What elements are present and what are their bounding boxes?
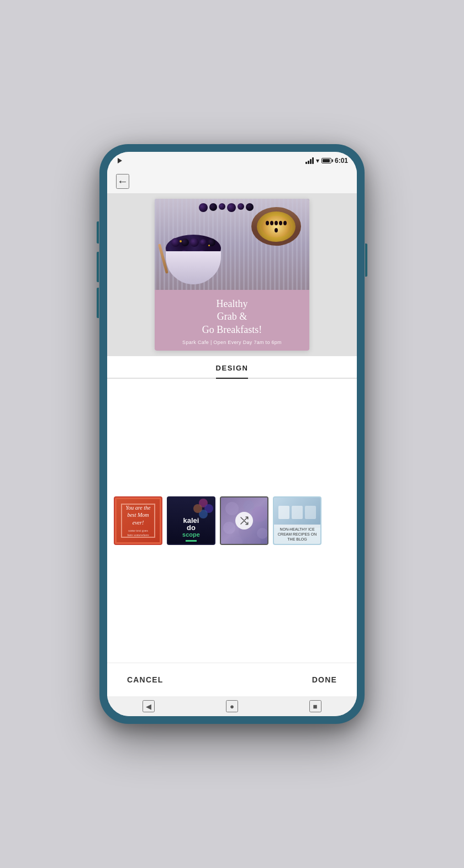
berry [200,239,207,246]
berry [209,203,217,211]
wifi-icon: ▾ [316,157,319,165]
berry [199,203,208,212]
berry [227,203,236,212]
time-display: 6:01 [335,157,348,165]
template-thumb-2[interactable]: kalei do scope [167,496,215,545]
template-4-text-area: NON-HEALTHY ICE CREAM RECIPES ON THE BLO… [274,525,320,544]
android-home-button[interactable]: ● [226,700,238,712]
poster-preview: Healthy Grab & Go Breakfasts! Spark Cafe… [155,199,309,351]
template-thumb-1[interactable]: You are thebest Mom ever! some text goes… [114,496,162,545]
passion-fruit-inner [257,211,296,242]
silent-button [97,288,99,318]
template-label-1: You are thebest Mom ever! some text goes… [125,504,151,538]
top-nav: ← [107,170,357,193]
berry [190,238,199,247]
android-back-button[interactable]: ◀ [143,700,155,712]
phone-screen: ▾ 6:01 ← [107,152,357,716]
bowl-left [163,235,224,284]
design-tab-header: DESIGN [107,356,357,379]
berry [219,203,225,210]
status-bar: ▾ 6:01 [107,152,357,170]
android-nav-bar: ◀ ● ■ [107,696,357,716]
poster-subtitle: Spark Cafe | Open Every Day 7am to 6pm [164,340,300,345]
berry [246,203,254,211]
poster-preview-container: Healthy Grab & Go Breakfasts! Spark Cafe… [107,193,357,356]
design-tab-label[interactable]: DESIGN [216,364,249,379]
volume-down-button [97,252,99,282]
phone-frame: ▾ 6:01 ← [99,144,365,724]
berry [181,239,189,246]
shuffle-icon [235,512,253,530]
templates-row: You are thebest Mom ever! some text goes… [107,379,357,663]
poster-text-area: Healthy Grab & Go Breakfasts! Spark Cafe… [155,290,309,351]
volume-up-button [97,221,99,244]
berry [238,203,244,210]
battery-icon [321,158,331,163]
template-4-image [274,497,320,528]
back-button[interactable]: ← [116,174,129,189]
template-preview-2: kalei do scope [168,497,214,544]
template-preview-1: You are thebest Mom ever! some text goes… [115,497,161,544]
template-thumb-4[interactable]: NON-HEALTHY ICE CREAM RECIPES ON THE BLO… [273,496,321,545]
play-icon [116,157,124,165]
power-button [365,244,367,277]
status-bar-left [116,157,305,165]
svg-point-4 [193,504,202,513]
poster-title: Healthy Grab & Go Breakfasts! [164,298,300,336]
template-preview-4: NON-HEALTHY ICE CREAM RECIPES ON THE BLO… [274,497,320,544]
template-3-overlay [221,497,267,544]
android-recents-button[interactable]: ■ [309,700,321,712]
done-button[interactable]: DONE [303,672,346,687]
bowl-right [249,207,304,251]
template-thumb-3[interactable] [220,496,268,545]
template-preview-3 [221,497,267,544]
bowl-body [166,251,221,284]
signal-icon [305,157,314,164]
design-section: DESIGN You are thebest Mom ever! some te… [107,356,357,663]
poster-image [155,199,309,290]
template-4-label: NON-HEALTHY ICE CREAM RECIPES ON THE BLO… [276,527,318,542]
status-bar-right: ▾ 6:01 [305,157,348,165]
svg-marker-0 [118,158,122,163]
bowl-scene [155,199,309,290]
cancel-button[interactable]: CANCEL [118,672,172,687]
screen-content: ← [107,170,357,696]
action-bar: CANCEL DONE [107,663,357,696]
berry [171,238,180,247]
